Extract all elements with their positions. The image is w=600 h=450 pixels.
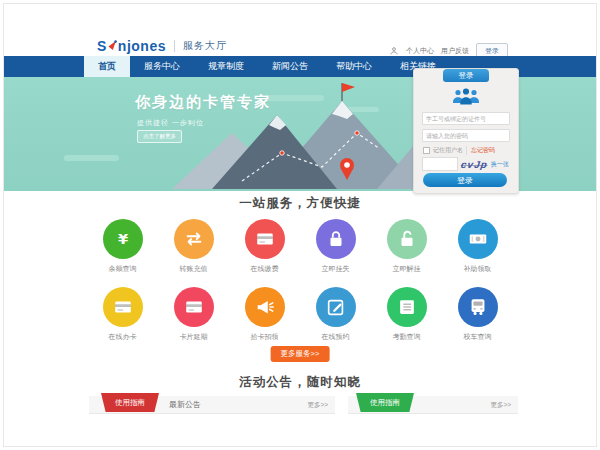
remember-label: 记住用户名 [433, 146, 463, 155]
nav-item-规章制度[interactable]: 规章制度 [194, 56, 258, 77]
hero-subtitle: 提供捷径 一步到位 [137, 118, 204, 128]
lock-icon [316, 219, 356, 259]
users-icon [451, 86, 481, 110]
card-icon [174, 287, 214, 327]
page: S njones 服务大厅 个人中心 用户反馈 登录 首页服务中心规章制度新闻公… [3, 3, 597, 447]
service-item[interactable]: 转账充值 [158, 219, 229, 274]
service-item[interactable]: 卡片延期 [158, 287, 229, 342]
right-more-link[interactable]: 更多>> [490, 396, 511, 413]
service-label: 校车查询 [464, 332, 492, 342]
service-label: 在线缴费 [251, 264, 279, 274]
card-icon [103, 287, 143, 327]
nav-item-帮助中心[interactable]: 帮助中心 [322, 56, 386, 77]
service-item[interactable]: 拾卡招领 [229, 287, 300, 342]
tab-usage-guide[interactable]: 使用指南 [101, 393, 159, 412]
megaphone-icon [245, 287, 285, 327]
banknote-icon [458, 219, 498, 259]
logo-divider [174, 40, 175, 52]
tab-usage-guide-right[interactable]: 使用指南 [356, 393, 414, 412]
hero-cta-button[interactable]: 点击了解更多 [137, 130, 182, 143]
header-link-user-center[interactable]: 个人中心 [406, 46, 434, 56]
service-item[interactable]: 立即解挂 [371, 219, 442, 274]
username-input[interactable] [422, 112, 510, 125]
service-label: 在线办卡 [109, 332, 137, 342]
captcha-input[interactable] [422, 157, 458, 171]
login-submit-button[interactable]: 登录 [423, 173, 507, 187]
service-item[interactable]: 校车查询 [442, 287, 513, 342]
announcements-right-box: 使用指南 更多>> [348, 396, 518, 414]
service-item[interactable]: 补助领取 [442, 219, 513, 274]
service-label: 考勤查询 [393, 332, 421, 342]
announcements-left-box: 使用指南 最新公告 更多>> [89, 396, 335, 414]
logo-text-suffix: njones [118, 38, 166, 54]
service-label: 转账充值 [180, 264, 208, 274]
unlock-icon [387, 219, 427, 259]
nav-item-首页[interactable]: 首页 [84, 56, 130, 77]
logo-text-prefix: S [97, 38, 107, 54]
service-item[interactable]: 立即挂失 [300, 219, 371, 274]
remember-checkbox[interactable] [423, 147, 430, 154]
left-more-link[interactable]: 更多>> [307, 396, 328, 413]
service-label: 拾卡招领 [251, 332, 279, 342]
service-label: 在线预约 [322, 332, 350, 342]
service-item[interactable]: 在线缴费 [229, 219, 300, 274]
hero-title: 你身边的卡管专家 [135, 93, 271, 112]
service-label: 余额查询 [109, 264, 137, 274]
service-label: 立即挂失 [322, 264, 350, 274]
edit-icon [316, 287, 356, 327]
more-services-button[interactable]: 更多服务>> [271, 346, 330, 362]
login-tab[interactable]: 登录 [443, 69, 489, 82]
captcha-image: cvJp [460, 159, 488, 170]
service-label: 立即解挂 [393, 264, 421, 274]
logo: S njones 服务大厅 [97, 37, 227, 55]
service-item[interactable]: 在线预约 [300, 287, 371, 342]
service-item[interactable]: ¥余额查询 [87, 219, 158, 274]
list-icon [387, 287, 427, 327]
login-panel: 登录 记住用户名 忘记密码 cvJp 换一张 登录 [413, 68, 519, 194]
password-input[interactable] [422, 129, 510, 142]
announcements-section-title: 活动公告，随时知晓 [4, 374, 596, 391]
logo-bolt-icon [108, 37, 117, 55]
services-grid: ¥余额查询转账充值在线缴费立即挂失立即解挂补助领取在线办卡卡片延期拾卡招领在线预… [87, 219, 517, 355]
forgot-password-link[interactable]: 忘记密码 [466, 146, 495, 155]
nav-item-服务中心[interactable]: 服务中心 [130, 56, 194, 77]
captcha-refresh-link[interactable]: 换一张 [491, 160, 509, 169]
yuan-icon: ¥ [103, 219, 143, 259]
service-item[interactable]: 在线办卡 [87, 287, 158, 342]
service-label: 补助领取 [464, 264, 492, 274]
service-label: 卡片延期 [180, 332, 208, 342]
service-item[interactable]: 考勤查询 [371, 287, 442, 342]
nav-item-新闻公告[interactable]: 新闻公告 [258, 56, 322, 77]
site-tagline: 服务大厅 [183, 39, 227, 53]
card-icon [245, 219, 285, 259]
transfer-icon [174, 219, 214, 259]
cloud-decor [64, 155, 119, 161]
svg-text:¥: ¥ [117, 230, 128, 247]
services-section-title: 一站服务，方便快捷 [4, 195, 596, 212]
header-link-feedback[interactable]: 用户反馈 [441, 46, 469, 56]
bus-icon [458, 287, 498, 327]
tab-latest-announcements[interactable]: 最新公告 [169, 396, 201, 413]
